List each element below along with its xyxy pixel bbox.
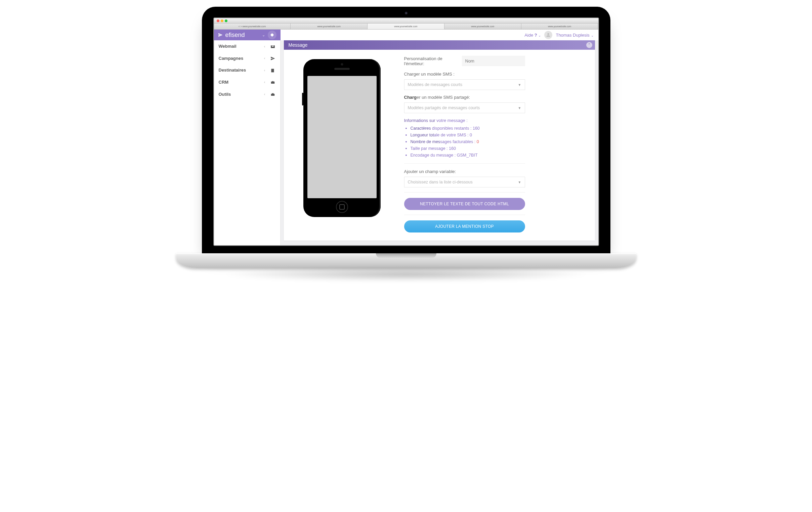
envelope-icon <box>270 44 276 49</box>
select-placeholder: Modèles partagés de messages courts <box>408 106 480 110</box>
info-encoding: Encodage du message : GSM_7BIT <box>406 152 525 159</box>
caret-down-icon: ▼ <box>518 180 521 184</box>
load-shared-label: Charger un modèle SMS partagé: <box>404 95 525 100</box>
browser-tabs: < > www.yourwebsite.com www.yourwebsite.… <box>214 24 598 30</box>
browser-tab[interactable]: www.yourwebsite.com <box>291 24 368 29</box>
help-link[interactable]: Aide ? ⌄ <box>524 33 541 38</box>
collapse-button[interactable]: ˄ <box>586 42 592 48</box>
chevron-left-icon: ‹ <box>264 80 265 84</box>
phone-camera-icon <box>341 63 343 65</box>
phone-frame <box>303 59 381 217</box>
caret-down-icon: ▼ <box>518 83 521 87</box>
load-model-label: Charger un modèle SMS : <box>404 72 525 77</box>
phone-screen <box>308 76 377 198</box>
info-size: Taille par message : 160 <box>406 145 525 152</box>
close-window-icon[interactable] <box>217 20 220 22</box>
add-stop-button[interactable]: AJOUTER LA MENTION STOP <box>404 220 525 232</box>
briefcase-icon <box>270 80 276 85</box>
panel-body: Personnalisation de l'émetteur: Charger … <box>284 50 595 240</box>
sidebar-item-crm[interactable]: CRM ‹ <box>214 76 280 88</box>
toolbox-icon <box>270 91 276 97</box>
minimize-window-icon[interactable] <box>221 20 224 22</box>
laptop-notch <box>376 253 436 258</box>
chevron-up-icon: ˄ <box>588 43 590 47</box>
form-column: Personnalisation de l'émetteur: Charger … <box>404 56 525 232</box>
laptop-bezel: < > www.yourwebsite.com www.yourwebsite.… <box>202 7 610 253</box>
load-shared-label-text: er un modèle SMS partagé: <box>416 95 470 100</box>
browser-tab[interactable]: www.yourwebsite.com <box>368 24 444 29</box>
sender-row: Personnalisation de l'émetteur: <box>404 56 525 66</box>
clean-html-button[interactable]: NETTOYER LE TEXTE DE TOUT CODE HTML <box>404 198 525 210</box>
topbar-right: Aide ? ⌄ Thomas Duplesis ⌄ <box>281 30 598 40</box>
phone-preview <box>290 56 394 232</box>
browser-tab[interactable]: < > www.yourwebsite.com <box>214 24 291 29</box>
panel-title: Message <box>289 42 308 48</box>
chevron-down-icon: ⌄ <box>591 34 593 37</box>
phone-home-button-icon <box>336 201 348 213</box>
sidebar-item-outils[interactable]: Outils ‹ <box>214 88 280 100</box>
chevron-left-icon: ‹ <box>264 44 265 48</box>
chevron-left-icon: ‹ <box>264 56 265 60</box>
brand[interactable]: efisend ⌄ <box>214 30 281 40</box>
separator <box>404 215 525 215</box>
laptop-shadow <box>221 267 591 282</box>
info-title: Informations sur votre message : <box>404 118 525 123</box>
sidebar-item-label: Campagnes <box>219 56 243 61</box>
message-panel: Message ˄ <box>284 40 595 240</box>
webcam-icon <box>405 11 408 15</box>
sidebar-item-label: Webmail <box>219 44 236 49</box>
chevron-left-icon: ‹ <box>264 92 265 96</box>
sidebar-item-destinataires[interactable]: Destinataires ‹ <box>214 64 280 76</box>
info-list: Caractères disponibles restants : 160 Lo… <box>404 125 525 159</box>
sidebar-item-webmail[interactable]: Webmail ‹ <box>214 40 280 52</box>
chevron-down-icon: ⌄ <box>538 34 541 37</box>
paper-plane-icon <box>270 56 276 61</box>
contacts-icon <box>270 67 276 73</box>
separator <box>404 192 525 193</box>
sidebar-item-label: Destinataires <box>219 67 246 73</box>
phone-speaker-icon <box>334 68 350 70</box>
sidebar: Webmail ‹ Campagnes ‹ <box>214 40 281 245</box>
question-icon: ? <box>534 33 537 38</box>
variable-field-select[interactable]: Choisissez dans la liste ci-dessous ▼ <box>404 177 525 188</box>
panel-header: Message ˄ <box>284 40 595 50</box>
app-topbar: efisend ⌄ Aide ? ⌄ <box>214 30 598 40</box>
sidebar-item-campagnes[interactable]: Campagnes ‹ <box>214 52 280 64</box>
variable-field-label: Ajouter un champ variable: <box>404 169 525 174</box>
app-body: Webmail ‹ Campagnes ‹ <box>214 40 598 245</box>
paper-plane-icon <box>218 33 223 37</box>
chevron-left-icon: ‹ <box>264 68 265 72</box>
caret-down-icon: ▼ <box>518 106 521 110</box>
separator <box>404 163 525 164</box>
zoom-window-icon[interactable] <box>225 20 227 22</box>
browser-titlebar <box>214 18 598 24</box>
brand-name: efisend <box>226 32 245 39</box>
browser-tab[interactable]: www.yourwebsite.com <box>444 24 521 29</box>
sender-input[interactable] <box>462 56 525 66</box>
target-icon <box>270 33 274 37</box>
app: efisend ⌄ Aide ? ⌄ <box>214 30 598 245</box>
user-menu[interactable]: Thomas Duplesis ⌄ <box>556 33 593 38</box>
laptop-base <box>176 253 636 268</box>
select-placeholder: Modèles de messages courts <box>408 82 463 87</box>
model-select[interactable]: Modèles de messages courts ▼ <box>404 79 525 90</box>
laptop-mockup: < > www.yourwebsite.com www.yourwebsite.… <box>175 7 637 282</box>
screen: < > www.yourwebsite.com www.yourwebsite.… <box>213 18 599 246</box>
sender-label: Personnalisation de l'émetteur: <box>404 56 457 66</box>
user-icon <box>546 32 551 38</box>
info-chars: Caractères disponibles restants : 160 <box>406 125 525 132</box>
info-billable: Nombre de messages facturables : 0 <box>406 138 525 145</box>
settings-button[interactable] <box>268 31 277 39</box>
shared-model-select[interactable]: Modèles partagés de messages courts ▼ <box>404 103 525 113</box>
main: Message ˄ <box>281 40 598 245</box>
avatar[interactable] <box>544 31 552 39</box>
chevron-down-icon[interactable]: ⌄ <box>262 33 265 37</box>
sidebar-item-label: Outils <box>219 92 231 97</box>
browser-tab[interactable]: www.yourwebsite.com <box>521 24 598 29</box>
select-placeholder: Choisissez dans la liste ci-dessous <box>408 180 473 184</box>
info-length: Longueur totale de votre SMS : 0 <box>406 132 525 138</box>
sidebar-item-label: CRM <box>219 80 229 85</box>
